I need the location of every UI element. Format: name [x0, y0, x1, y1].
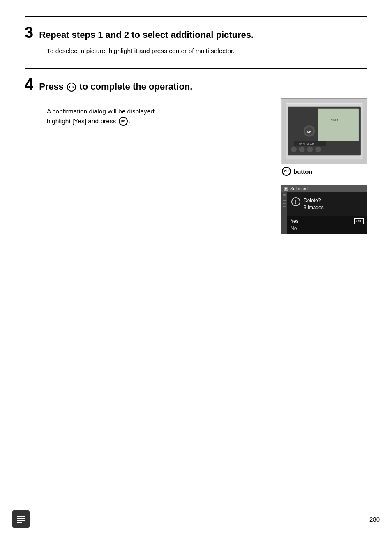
dialog-text: Delete? 3 images [304, 197, 324, 211]
sidebar-dot-1 [283, 194, 286, 196]
step3-number: 3 [25, 25, 33, 40]
step4-section: 4 Press to complete the operation. A con… [25, 68, 367, 234]
step3-header: 3 Repeat steps 1 and 2 to select additio… [25, 25, 367, 40]
button-label-text: button [293, 168, 313, 175]
svg-point-12 [307, 146, 313, 152]
step4-title-prefix: Press [39, 81, 64, 92]
step3-title: Repeat steps 1 and 2 to select additiona… [39, 30, 254, 40]
step4-title-suffix: to complete the operation. [79, 81, 192, 92]
dialog-left-sidebar [281, 192, 287, 234]
svg-text:Nikon: Nikon [331, 118, 338, 121]
step4-right: Nikon OK ISO QUAL WB [281, 98, 367, 235]
sidebar-line-2 [283, 203, 286, 204]
step4-content: A confirmation dialog will be displayed;… [47, 98, 367, 235]
page-number: 280 [369, 516, 380, 523]
step4-number: 4 [25, 76, 33, 92]
sidebar-line-3 [283, 206, 286, 207]
page-footer: 280 [0, 510, 392, 528]
confirmation-line1: A confirmation dialog will be displayed; [47, 108, 156, 115]
dialog-titlebar: ▶ Selected [281, 185, 367, 192]
svg-rect-14 [286, 103, 363, 104]
svg-rect-18 [17, 522, 22, 523]
dialog-sidebar: ! Delete? 3 images Yes OK [281, 192, 367, 234]
dialog-main: ! Delete? 3 images Yes OK [287, 192, 367, 234]
dialog-titlebar-text: Selected [290, 186, 308, 191]
confirmation-line2: highlight [Yes] and press [47, 118, 116, 125]
step3-body: To deselect a picture, highlight it and … [47, 46, 367, 56]
camera-image: Nikon OK ISO QUAL WB [281, 98, 367, 164]
dialog-no-row: No [291, 225, 364, 232]
svg-point-13 [315, 146, 321, 152]
ok-symbol-button-label [282, 167, 291, 176]
footer-icon [12, 510, 30, 528]
step3-description: To deselect a picture, highlight it and … [47, 46, 367, 56]
dialog-ok-badge: OK [354, 218, 364, 224]
svg-point-11 [299, 146, 305, 152]
svg-text:ISO  QUAL  WB: ISO QUAL WB [298, 143, 314, 145]
svg-rect-15 [17, 516, 25, 517]
page-container: 3 Repeat steps 1 and 2 to select additio… [0, 0, 392, 259]
dialog-warning-icon: ! [291, 197, 300, 206]
dialog-delete-text: Delete? [304, 197, 324, 204]
ok-symbol-title [67, 83, 76, 92]
dialog-body: ! Delete? 3 images [287, 192, 367, 216]
svg-rect-16 [17, 518, 25, 519]
step4-header: 4 Press to complete the operation. [25, 76, 367, 92]
svg-text:OK: OK [307, 130, 311, 133]
dialog-yes-text: Yes [291, 218, 299, 224]
sidebar-line-1 [283, 200, 286, 201]
dialog-no-text: No [291, 226, 297, 231]
step4-left: A confirmation dialog will be displayed;… [47, 98, 269, 235]
ok-button-label: button [281, 167, 367, 176]
dialog-images-count: 3 images [304, 204, 324, 211]
step4-title: Press to complete the operation. [39, 81, 192, 92]
confirmation-text: A confirmation dialog will be displayed;… [47, 106, 269, 126]
dialog-yes-row: Yes OK [291, 217, 364, 225]
svg-rect-3 [318, 108, 359, 141]
ok-symbol-inline [119, 117, 128, 126]
dialog-buttons: Yes OK No [287, 216, 367, 234]
dialog-image: ▶ Selected [281, 185, 367, 235]
svg-rect-17 [17, 520, 25, 521]
sidebar-line-4 [283, 210, 286, 210]
dialog-titlebar-icon: ▶ [284, 187, 288, 191]
step3-section: 3 Repeat steps 1 and 2 to select additio… [25, 16, 367, 56]
svg-point-10 [291, 146, 297, 152]
